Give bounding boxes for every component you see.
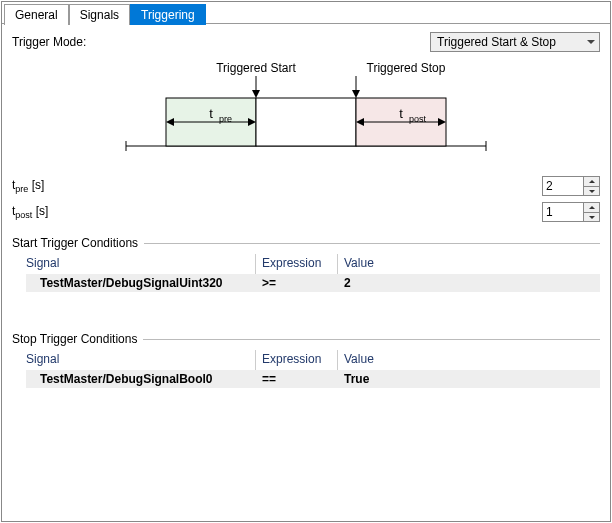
cell-value: True — [344, 372, 594, 386]
tpost-input[interactable] — [543, 203, 583, 221]
tpre-label: tpre [s] — [12, 178, 542, 194]
tpost-spinner[interactable] — [542, 202, 600, 222]
svg-text:pre: pre — [219, 114, 232, 124]
tpre-spinner[interactable] — [542, 176, 600, 196]
triggered-stop-label: Triggered Stop — [367, 61, 446, 75]
svg-text:post: post — [409, 114, 427, 124]
stop-conditions-table: Signal Expression Value TestMaster/Debug… — [26, 350, 600, 388]
cell-value: 2 — [344, 276, 594, 290]
table-header: Signal Expression Value — [26, 350, 600, 370]
table-row[interactable]: TestMaster/DebugSignalUint320 >= 2 — [26, 274, 600, 292]
cell-signal: TestMaster/DebugSignalBool0 — [26, 372, 256, 386]
tpost-label: tpost [s] — [12, 204, 542, 220]
trigger-mode-row: Trigger Mode: Triggered Start & Stop — [12, 32, 600, 52]
tpre-row: tpre [s] — [12, 176, 600, 196]
cell-expression: >= — [262, 276, 338, 290]
trigger-mode-label: Trigger Mode: — [12, 35, 86, 49]
col-header-expression[interactable]: Expression — [262, 254, 338, 274]
chevron-down-icon — [587, 40, 595, 44]
cell-signal: TestMaster/DebugSignalUint320 — [26, 276, 256, 290]
chevron-down-icon — [589, 190, 595, 193]
chevron-down-icon — [589, 216, 595, 219]
svg-text:t: t — [209, 106, 213, 121]
tab-general[interactable]: General — [4, 4, 69, 25]
stop-conditions-header: Stop Trigger Conditions — [12, 332, 600, 346]
col-header-value[interactable]: Value — [344, 254, 594, 274]
svg-marker-19 — [352, 90, 360, 98]
trigger-mode-dropdown[interactable]: Triggered Start & Stop — [430, 32, 600, 52]
chevron-up-icon — [589, 180, 595, 183]
start-conditions-table: Signal Expression Value TestMaster/Debug… — [26, 254, 600, 292]
cell-expression: == — [262, 372, 338, 386]
tpre-input[interactable] — [543, 177, 583, 195]
col-header-expression[interactable]: Expression — [262, 350, 338, 370]
tab-signals[interactable]: Signals — [69, 4, 130, 25]
table-row[interactable]: TestMaster/DebugSignalBool0 == True — [26, 370, 600, 388]
stop-conditions-title: Stop Trigger Conditions — [12, 332, 143, 346]
start-conditions-title: Start Trigger Conditions — [12, 236, 144, 250]
triggered-start-label: Triggered Start — [216, 61, 296, 75]
start-conditions-header: Start Trigger Conditions — [12, 236, 600, 250]
tpost-row: tpost [s] — [12, 202, 600, 222]
tpost-down-button[interactable] — [584, 212, 599, 221]
tpre-up-button[interactable] — [584, 177, 599, 186]
tpre-down-button[interactable] — [584, 186, 599, 195]
triggering-panel: General Signals Triggering Trigger Mode:… — [1, 1, 611, 522]
tab-content: Trigger Mode: Triggered Start & Stop — [2, 24, 610, 394]
svg-text:t: t — [399, 106, 403, 121]
col-header-value[interactable]: Value — [344, 350, 594, 370]
col-header-signal[interactable]: Signal — [26, 254, 256, 274]
trigger-mode-selected: Triggered Start & Stop — [437, 35, 556, 49]
timing-diagram: t pre t post Triggered Start Triggered S… — [12, 58, 600, 158]
chevron-up-icon — [589, 206, 595, 209]
tabstrip: General Signals Triggering — [2, 2, 610, 24]
col-header-signal[interactable]: Signal — [26, 350, 256, 370]
table-header: Signal Expression Value — [26, 254, 600, 274]
tpost-up-button[interactable] — [584, 203, 599, 212]
tab-triggering[interactable]: Triggering — [130, 4, 206, 25]
svg-rect-4 — [256, 98, 356, 146]
svg-marker-17 — [252, 90, 260, 98]
